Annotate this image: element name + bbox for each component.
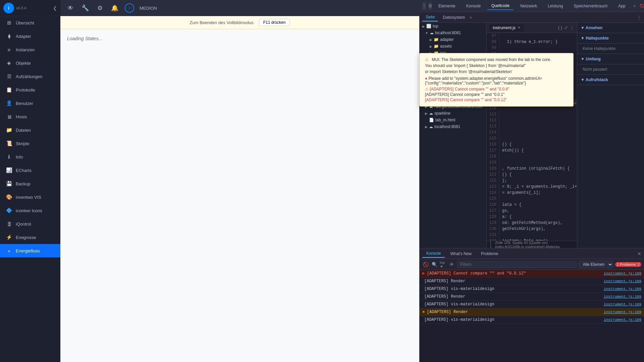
- console-filter-input[interactable]: [457, 261, 577, 268]
- sidebar-item-info[interactable]: ℹ Info: [0, 150, 60, 164]
- sidebar-item-instances[interactable]: ≡ Instanzen: [0, 43, 60, 56]
- wrench-icon[interactable]: 🔧: [80, 3, 90, 13]
- code-more-icon[interactable]: ⋮: [570, 25, 574, 30]
- devtools-tab-speicher[interactable]: Speicherverbrauch: [570, 2, 612, 10]
- sidebar-label-objects: Objekte: [16, 61, 31, 66]
- console-line-0: ▶ [ADAPTERS] Cannot compare "" and "0.0.…: [420, 270, 644, 278]
- console-msg: [ADAPTERS] vis-materialdesign: [424, 317, 602, 323]
- sidebar-item-files[interactable]: 📁 Dateien: [0, 123, 60, 137]
- devtools-tab-konsole[interactable]: Konsole: [462, 2, 485, 10]
- fullscreen-button[interactable]: F11 drücken: [259, 19, 290, 26]
- tree-item-assets[interactable]: ▶ 📁 assets: [420, 43, 486, 50]
- sidebar-item-icontwo[interactable]: 🔷 icontwo Icons: [0, 204, 60, 217]
- devtools-tab-netzwerk[interactable]: Netzwerk: [516, 2, 541, 10]
- code-status-text: Zeile 109, Spalte 43 (Quelle von index.f…: [495, 241, 574, 248]
- sidebar-item-logs[interactable]: 📋 Protokolle: [0, 83, 60, 97]
- devtools-tab-app[interactable]: App: [614, 2, 629, 10]
- sidebar-item-overview[interactable]: ⊞ Übersicht: [0, 16, 60, 29]
- sidebar-item-energiefluss[interactable]: + Energiefluss: [0, 244, 60, 257]
- sidebar-item-hosts[interactable]: 🖥 Hosts: [0, 110, 60, 123]
- console-source[interactable]: instrument.js:109: [604, 286, 641, 292]
- console-top-dropdown[interactable]: top ▼: [440, 261, 446, 268]
- sidebar-nav: ⊞ Übersicht ⧫ Adapter ≡ Instanzen ◈ Obje…: [0, 16, 60, 257]
- sidebar-item-events[interactable]: ⚡ Ereignisse: [0, 231, 60, 244]
- sidebar-collapse-button[interactable]: ❮: [53, 5, 57, 11]
- code-line-115: 115: [487, 135, 577, 141]
- tree-item-sparkline[interactable]: ▶ ☁ sparkline: [420, 110, 486, 117]
- console-level-select[interactable]: Alle Ebenen: [579, 261, 613, 268]
- line-number: 123: [487, 184, 499, 190]
- warn-popup-line-1: ⚠ MUI: The Skeleton component was moved …: [487, 57, 568, 62]
- console-source[interactable]: instrument.js:109: [604, 294, 641, 300]
- topbar: 👁 🔧 ⚙ 🔔 i MEDION: [60, 0, 419, 16]
- devtools-controls: 🚫 2 ⚠ 13 2 ⚙ ⋮ ⏸ ↷ ✕: [640, 3, 644, 9]
- line-code: = 0; _i < arguments.length; _i++) {: [502, 184, 577, 190]
- console-source[interactable]: instrument.js:109: [604, 270, 641, 277]
- sidebar-item-backup[interactable]: 💾 Backup: [0, 177, 60, 190]
- code-format-icon[interactable]: { }: [558, 25, 562, 30]
- devtools-tab-quellcode[interactable]: Quellcode: [487, 2, 514, 10]
- sidebar-item-enumerations[interactable]: ☰ Aufzählungen: [0, 70, 60, 83]
- devtools-dock-icon[interactable]: ⊡: [429, 2, 432, 10]
- source-tab-seite[interactable]: Seite: [422, 13, 438, 21]
- console-tab-probleme[interactable]: Probleme: [477, 250, 502, 257]
- code-line-112: 112: [487, 117, 577, 123]
- code-line-124: 124 = arguments[_i];: [487, 190, 577, 196]
- notification-icon[interactable]: 🔔: [110, 3, 119, 13]
- fullscreen-notification: Zum Beenden des Vollbildmodus F11 drücke…: [60, 16, 419, 29]
- sidebar-icon-icontwo: 🔷: [6, 207, 12, 214]
- devtools-tab-elemente[interactable]: Elemente: [434, 2, 460, 10]
- devtools-settings-icon[interactable]: ⋮: [422, 2, 426, 10]
- console-source[interactable]: instrument.js:109: [604, 309, 641, 315]
- line-code: () {: [502, 172, 512, 178]
- hostname-label: MEDION: [140, 6, 157, 11]
- source-toolbar-more[interactable]: ⋮: [637, 15, 641, 20]
- fullscreen-message: Zum Beenden des Vollbildmodus: [190, 20, 254, 25]
- rp-section-umfang[interactable]: ▼ Umfang: [577, 54, 644, 64]
- source-tab-dateisystem[interactable]: Dateisystem: [439, 14, 468, 21]
- code-tab-filename: instrument.js: [493, 25, 516, 30]
- rp-section-aufrufstack[interactable]: ▼ Aufrufstack: [577, 75, 644, 85]
- tree-item-tab-html[interactable]: ▶ 📄 tab_m.html: [420, 117, 486, 123]
- console-tab-whatsnew[interactable]: What's New: [446, 250, 476, 257]
- sidebar-item-users[interactable]: 👤 Benutzer: [0, 97, 60, 110]
- code-tab-close[interactable]: ✕: [518, 25, 521, 30]
- console-source[interactable]: instrument.js:109: [604, 278, 641, 284]
- rp-section-haltepunkte[interactable]: ▼ Haltepunkte: [577, 33, 644, 44]
- app-version: v6.0.4: [16, 6, 26, 10]
- console-close-button[interactable]: ✕: [637, 251, 641, 256]
- sidebar-item-echarts[interactable]: 📊 ECharts: [0, 164, 60, 177]
- devtools-more-tabs[interactable]: »: [632, 4, 637, 8]
- sidebar-item-iqontrol[interactable]: 🎛 iQontrol: [0, 217, 60, 231]
- visibility-icon[interactable]: 👁: [66, 3, 75, 13]
- tree-item-top[interactable]: ▶ ⬜ top: [420, 23, 486, 29]
- sidebar-item-objects[interactable]: ◈ Objekte: [0, 56, 60, 70]
- code-line-114: 114: [487, 129, 577, 135]
- settings-icon[interactable]: ⚙: [95, 3, 105, 13]
- line-number: 126: [487, 202, 499, 208]
- tree-item-localhost2[interactable]: ▶ ☁ localhost:8081: [420, 123, 486, 130]
- sidebar-item-adapter[interactable]: ⧫ Adapter: [0, 29, 60, 43]
- sidebar-item-scripts[interactable]: 📜 Skripte: [0, 137, 60, 150]
- sidebar-item-inventwis[interactable]: 🎨 inventwo VIS: [0, 190, 60, 204]
- line-number: 113: [487, 123, 499, 129]
- devtools-tab-leistung[interactable]: Leistung: [544, 2, 567, 10]
- source-tab-more[interactable]: »: [470, 15, 472, 20]
- console-clear-icon[interactable]: 🚫: [422, 261, 429, 268]
- line-number: 119: [487, 160, 499, 166]
- console-filter-icon[interactable]: 🔍: [431, 261, 438, 268]
- code-tab-instrument[interactable]: instrument.js ✕: [489, 24, 524, 32]
- sidebar-icon-instances: ≡: [6, 46, 12, 53]
- tree-item-adapter[interactable]: ▶ 📁 adapter: [420, 36, 486, 43]
- console-source[interactable]: instrument.js:109: [604, 317, 641, 323]
- console-eye-icon[interactable]: 👁: [448, 261, 455, 268]
- console-tab-konsole[interactable]: Konsole: [422, 250, 445, 258]
- code-expand-icon[interactable]: ⤢: [564, 25, 568, 30]
- console-source[interactable]: instrument.js:109: [604, 301, 641, 307]
- tree-item-localhost[interactable]: ▼ ☁ localhost:8081: [420, 29, 486, 36]
- console-msg: [ADAPTERS] vis-materialdesign: [424, 286, 602, 292]
- code-line-120: 120 , function (originalFetch) {: [487, 166, 577, 172]
- rp-section-ansehen[interactable]: ▼ Ansehen: [577, 23, 644, 33]
- warn-popup-line-6: [ADAPTERS] Cannot compare "" and "0.0.1": [487, 92, 568, 97]
- sidebar-label-overview: Übersicht: [16, 20, 34, 25]
